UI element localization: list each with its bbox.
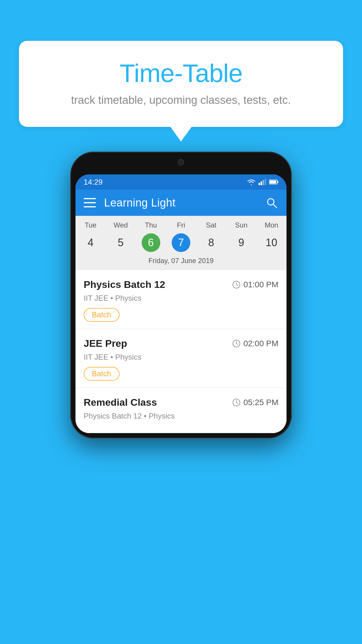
hamburger-line-1: [84, 198, 96, 199]
phone-top-bar: [75, 157, 287, 174]
schedule-item-2-time: 02:00 PM: [243, 339, 278, 348]
day-name-tue: Tue: [75, 221, 106, 229]
schedule-list: Physics Batch 12 01:00 PM IIT JEE • Phys…: [75, 270, 287, 433]
schedule-item-1-subtitle: IIT JEE • Physics: [84, 294, 278, 303]
svg-rect-5: [277, 181, 278, 183]
schedule-item-3-time-container: 05:25 PM: [232, 398, 278, 407]
day-name-wed: Wed: [106, 221, 136, 229]
day-name-sat: Sat: [196, 221, 226, 229]
schedule-item-2-title: JEE Prep: [84, 338, 127, 349]
search-icon: [266, 197, 278, 209]
days-row: 4 5 6 7 8 9 10: [75, 233, 287, 252]
status-bar: 14:29: [75, 174, 287, 190]
calendar-strip: Tue Wed Thu Fri Sat Sun Mon 4 5 6 7 8 9 …: [75, 216, 287, 270]
phone-notch: [164, 157, 198, 167]
day-8[interactable]: 8: [202, 233, 220, 252]
clock-icon-1: [232, 281, 240, 289]
feature-subtitle: track timetable, upcoming classes, tests…: [42, 94, 320, 106]
day-5[interactable]: 5: [111, 233, 130, 252]
app-bar: Learning Light: [75, 190, 287, 216]
svg-rect-1: [261, 181, 262, 185]
schedule-item-3-header: Remedial Class 05:25 PM: [84, 397, 278, 408]
phone-mockup: 14:29: [70, 152, 292, 438]
day-9[interactable]: 9: [232, 233, 251, 252]
schedule-item-1-time: 01:00 PM: [243, 280, 278, 289]
hamburger-line-3: [84, 206, 96, 207]
menu-button[interactable]: [84, 198, 96, 207]
status-icons: [247, 179, 278, 185]
schedule-item-1-time-container: 01:00 PM: [232, 280, 278, 289]
camera: [178, 159, 184, 165]
wifi-icon: [247, 179, 256, 185]
day-name-mon: Mon: [256, 221, 287, 229]
day-name-fri: Fri: [166, 221, 196, 229]
schedule-item-2-badge: Batch: [84, 367, 120, 381]
phone-body: 14:29: [70, 152, 292, 438]
day-10[interactable]: 10: [262, 233, 281, 252]
schedule-item-1[interactable]: Physics Batch 12 01:00 PM IIT JEE • Phys…: [75, 270, 287, 329]
phone-screen: 14:29: [75, 174, 287, 433]
search-button[interactable]: [265, 196, 278, 209]
selected-date-label: Friday, 07 June 2019: [75, 257, 287, 266]
svg-line-8: [273, 204, 277, 208]
clock-icon-3: [232, 398, 240, 407]
schedule-item-3-time: 05:25 PM: [243, 398, 278, 407]
svg-rect-6: [270, 181, 276, 183]
svg-line-14: [236, 344, 238, 344]
hamburger-line-2: [84, 202, 96, 203]
day-name-sun: Sun: [226, 221, 256, 229]
schedule-item-1-title: Physics Batch 12: [84, 279, 165, 290]
day-4[interactable]: 4: [81, 233, 100, 252]
day-7-selected[interactable]: 7: [172, 233, 190, 252]
clock-icon-2: [232, 340, 240, 348]
day-6-today[interactable]: 6: [142, 233, 160, 252]
svg-rect-3: [265, 179, 266, 185]
schedule-item-2[interactable]: JEE Prep 02:00 PM IIT JEE • Physics Batc…: [75, 329, 287, 388]
schedule-item-2-subtitle: IIT JEE • Physics: [84, 353, 278, 362]
signal-icon: [259, 179, 266, 185]
schedule-item-3-title: Remedial Class: [84, 397, 157, 408]
speech-bubble-section: Time-Table track timetable, upcoming cla…: [19, 41, 343, 127]
svg-rect-2: [263, 180, 264, 185]
days-header: Tue Wed Thu Fri Sat Sun Mon: [75, 221, 287, 229]
svg-line-17: [236, 402, 238, 403]
schedule-item-1-badge: Batch: [84, 308, 120, 322]
schedule-item-3-subtitle: Physics Batch 12 • Physics: [84, 412, 278, 421]
day-name-thu: Thu: [136, 221, 166, 229]
app-title: Learning Light: [104, 197, 265, 209]
schedule-item-3[interactable]: Remedial Class 05:25 PM Physics Batch 12…: [75, 388, 287, 433]
schedule-item-2-time-container: 02:00 PM: [232, 339, 278, 348]
battery-icon: [269, 179, 278, 185]
speech-bubble: Time-Table track timetable, upcoming cla…: [19, 41, 343, 127]
schedule-item-1-header: Physics Batch 12 01:00 PM: [84, 279, 278, 290]
status-time: 14:29: [84, 178, 103, 187]
svg-rect-0: [259, 183, 260, 185]
feature-title: Time-Table: [42, 58, 320, 88]
svg-line-11: [236, 285, 238, 286]
schedule-item-2-header: JEE Prep 02:00 PM: [84, 338, 278, 349]
